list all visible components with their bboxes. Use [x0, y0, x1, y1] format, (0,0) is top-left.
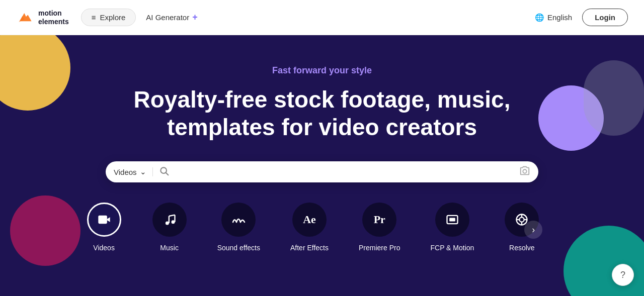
category-sound-effects[interactable]: Sound effects: [202, 203, 275, 252]
visual-search-icon[interactable]: [519, 165, 530, 178]
svg-marker-4: [107, 218, 110, 222]
search-icon: [159, 166, 169, 178]
ai-generator-nav[interactable]: AI Generator +: [146, 12, 197, 23]
category-music[interactable]: Music: [137, 203, 202, 252]
login-button[interactable]: Login: [582, 9, 628, 26]
category-after-effects-label: After Effects: [290, 244, 329, 252]
svg-rect-3: [98, 216, 107, 224]
explore-button[interactable]: ≡ Explore: [81, 9, 136, 26]
svg-rect-11: [449, 218, 455, 222]
category-premiere-pro-icon: Pr: [362, 203, 396, 237]
category-videos[interactable]: Videos: [71, 203, 137, 252]
search-type-label: Videos: [114, 168, 137, 176]
hamburger-icon: ≡: [92, 13, 96, 22]
language-selector[interactable]: 🌐 English: [535, 13, 572, 22]
category-videos-label: Videos: [93, 244, 115, 252]
hero-subtitle: Fast forward your style: [272, 65, 372, 76]
ai-plus-icon: +: [192, 12, 198, 23]
category-premiere-pro-label: Premiere Pro: [359, 244, 400, 252]
category-videos-icon: [87, 203, 121, 237]
search-type-dropdown[interactable]: Videos ⌄: [114, 167, 153, 176]
category-music-icon: [152, 203, 187, 237]
logo-text: motion elements: [38, 9, 69, 26]
globe-icon: 🌐: [535, 13, 544, 22]
category-premiere-pro[interactable]: Pr Premiere Pro: [344, 203, 415, 252]
ai-generator-label: AI Generator: [146, 13, 189, 22]
category-resolve[interactable]: Resolve: [489, 203, 554, 252]
svg-line-1: [166, 173, 168, 175]
category-fcp-motion-icon: [435, 203, 469, 237]
deco-gray-shape: [584, 60, 644, 136]
search-bar: Videos ⌄: [106, 161, 538, 182]
search-input[interactable]: [173, 167, 515, 176]
category-sound-effects-label: Sound effects: [217, 244, 260, 252]
hero-section: Fast forward your style Royalty-free sto…: [0, 35, 644, 296]
category-fcp-motion[interactable]: FCP & Motion: [415, 203, 489, 252]
help-button[interactable]: ?: [612, 264, 634, 286]
category-resolve-label: Resolve: [509, 244, 535, 252]
hero-title: Royalty-free stock footage, music, templ…: [134, 86, 511, 141]
category-sound-effects-icon: [221, 203, 256, 237]
explore-label: Explore: [100, 13, 125, 22]
svg-point-2: [523, 170, 526, 173]
svg-point-13: [520, 218, 524, 222]
logo[interactable]: motion elements: [16, 9, 69, 27]
deco-yellow-circle: [0, 35, 70, 111]
svg-line-9: [169, 215, 175, 216]
language-label: English: [547, 13, 572, 22]
category-fcp-motion-label: FCP & Motion: [430, 244, 474, 252]
logo-icon: [16, 9, 34, 27]
dropdown-chevron-icon: ⌄: [140, 167, 146, 176]
category-after-effects[interactable]: Ae After Effects: [275, 203, 344, 252]
categories-bar: Videos Music: [10, 203, 634, 252]
category-after-effects-icon: Ae: [292, 203, 327, 237]
header-right: 🌐 English Login: [535, 9, 628, 26]
category-music-label: Music: [160, 244, 179, 252]
header: motion elements ≡ Explore AI Generator +…: [0, 0, 644, 35]
